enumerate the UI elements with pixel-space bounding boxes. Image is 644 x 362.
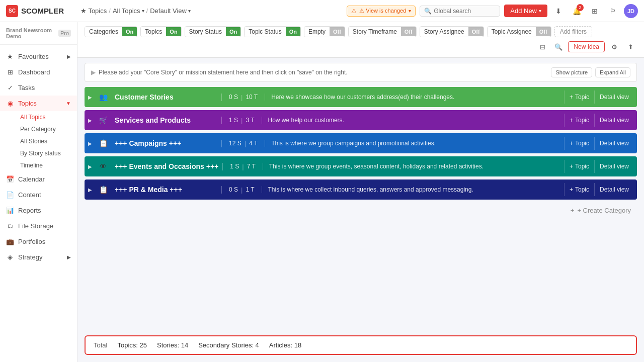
export-icon[interactable]: ⬆ <box>624 40 637 53</box>
services-products-counts: 1 S | 3 T <box>221 117 262 124</box>
detail-view-services-products[interactable]: Detail view <box>594 114 634 127</box>
customer-stories-topic-count: 10 T <box>244 94 260 101</box>
sidebar-item-strategy[interactable]: ◈ Strategy ▶ <box>0 249 77 265</box>
portfolios-icon: 💼 <box>6 238 14 245</box>
create-category-button[interactable]: + + Create Category <box>565 203 637 218</box>
filter-topic-assignee[interactable]: Topic Assignee Off <box>487 26 551 37</box>
search-icon: 🔍 <box>424 8 432 15</box>
show-picture-button[interactable]: Show picture <box>551 67 592 77</box>
filter-story-status[interactable]: Story Status On <box>185 26 242 37</box>
detail-view-customer-stories[interactable]: Detail view <box>594 90 634 104</box>
sidebar-label-reports: Reports <box>18 207 41 214</box>
expand-events[interactable]: ▶ <box>85 156 96 176</box>
expand-campaigns[interactable]: ▶ <box>85 133 96 153</box>
filter-categories[interactable]: Categories On <box>85 26 137 37</box>
sidebar-item-topics[interactable]: ◉ Topics ▼ <box>0 96 77 111</box>
content-icon: 📄 <box>6 191 14 199</box>
content-area: ▶ Please add your "Core Story" or missio… <box>77 58 644 331</box>
logo: SC SCOMPLER <box>6 5 76 17</box>
filter-empty[interactable]: Empty Off <box>304 26 345 37</box>
strategy-icon: ◈ <box>6 253 14 261</box>
expand-customer-stories[interactable]: ▶ <box>85 87 96 107</box>
sidebar-label-tasks: Tasks <box>18 84 35 92</box>
services-products-icon: 🛒 <box>96 110 111 130</box>
add-topic-events[interactable]: + Topic <box>564 160 594 173</box>
plus-icon: + <box>570 94 573 101</box>
breadcrumb-default-view[interactable]: Default View ▾ <box>150 7 191 15</box>
customer-stories-counts: 0 S | 10 T <box>221 94 265 101</box>
sidebar-item-favourites[interactable]: ★ Favourites ▶ <box>0 49 77 64</box>
expand-services-products[interactable]: ▶ <box>85 110 96 130</box>
sidebar-item-calendar[interactable]: 📅 Calendar <box>0 171 77 187</box>
search-input[interactable] <box>434 8 496 15</box>
add-topic-pr-media[interactable]: + Topic <box>564 183 594 196</box>
filter-story-assignee[interactable]: Story Assignee Off <box>420 26 484 37</box>
sidebar-sub-by-story-status[interactable]: By Story status <box>14 147 77 159</box>
add-topic-services-products[interactable]: + Topic <box>564 114 594 127</box>
search-filter-icon[interactable]: 🔍 <box>552 40 565 53</box>
sidebar-nav: ★ Favourites ▶ ⊞ Dashboard ✓ Tasks ◉ Top… <box>0 45 77 362</box>
notification-icon[interactable]: 🔔 2 <box>570 4 584 18</box>
sidebar-item-reports[interactable]: 📊 Reports <box>0 203 77 218</box>
sidebar-sub-per-category[interactable]: Per Category <box>14 123 77 135</box>
breadcrumb-topics[interactable]: ★ Topics <box>80 7 107 15</box>
filter-topics[interactable]: Topics On <box>140 26 181 37</box>
add-new-button[interactable]: Add New ▾ <box>504 5 547 17</box>
expand-all-button[interactable]: Expand All <box>595 67 630 77</box>
campaigns-icon: 📋 <box>96 133 111 153</box>
new-idea-button[interactable]: New Idea <box>568 41 605 52</box>
add-topic-campaigns[interactable]: + Topic <box>564 137 594 150</box>
events-actions: + Topic Detail view <box>564 160 637 173</box>
pr-media-counts: 0 S | 1 T <box>221 186 262 194</box>
sidebar-item-content[interactable]: 📄 Content <box>0 187 77 203</box>
view-changed-button[interactable]: ⚠ ⚠ View is changed ▾ <box>347 6 416 17</box>
filter-actions: ⊟ 🔍 New Idea ⚙ ⬆ <box>536 40 637 53</box>
sidebar-sub-all-topics[interactable]: All Topics <box>14 111 77 123</box>
detail-view-campaigns[interactable]: Detail view <box>594 137 634 150</box>
chevron-down-icon: ▾ <box>409 8 411 14</box>
avatar[interactable]: JD <box>624 4 638 18</box>
detail-view-pr-media[interactable]: Detail view <box>594 183 634 196</box>
sidebar-item-dashboard[interactable]: ⊞ Dashboard <box>0 64 77 80</box>
triangle-icon: ▶ <box>91 69 96 76</box>
sidebar-sub-all-stories[interactable]: All Stories <box>14 135 77 147</box>
filter-bar: Categories On Topics On Story Status On … <box>77 22 644 58</box>
grid-icon[interactable]: ⊞ <box>588 4 602 18</box>
sidebar-item-tasks[interactable]: ✓ Tasks <box>0 80 77 96</box>
flag-icon[interactable]: 🏳 <box>606 4 620 18</box>
sidebar-sub-label-by-story-status: By Story status <box>20 150 61 157</box>
services-products-name: Services and Products <box>111 116 221 124</box>
pr-media-desc: This is where we collect inbound queries… <box>262 186 564 193</box>
events-name: +++ Events and Occasions +++ <box>111 162 222 170</box>
add-filters-button[interactable]: Add filters <box>554 26 592 37</box>
events-icon: 👁 <box>96 156 111 176</box>
expand-pr-media[interactable]: ▶ <box>85 179 96 200</box>
download-icon[interactable]: ⬇ <box>551 4 566 18</box>
status-topics: Topics: 25 <box>117 341 147 349</box>
nav-actions: 🔍 Add New ▾ ⬇ 🔔 2 ⊞ 🏳 JD <box>420 4 638 18</box>
sidebar-label-content: Content <box>18 191 41 199</box>
pr-media-actions: + Topic Detail view <box>564 183 637 196</box>
sidebar-item-portfolios[interactable]: 💼 Portfolios <box>0 234 77 249</box>
filter-story-timeframe[interactable]: Story Timeframe Off <box>348 26 417 37</box>
sidebar-item-file-storage[interactable]: 🗂 File Storage <box>0 218 77 234</box>
sidebar-sub-label-all-stories: All Stories <box>20 138 47 145</box>
breadcrumb-all-topics[interactable]: All Topics ▾ <box>113 7 144 15</box>
calendar-icon: 📅 <box>6 175 14 183</box>
search-box[interactable]: 🔍 <box>420 6 500 17</box>
sidebar-sub-label-timeline: Timeline <box>20 162 43 169</box>
warning-icon: ⚠ <box>351 8 357 15</box>
detail-view-events[interactable]: Detail view <box>594 160 634 173</box>
customer-stories-name: Customer Stories <box>111 93 221 101</box>
mission-actions: Show picture Expand All <box>551 67 630 77</box>
campaigns-counts: 12 S | 4 T <box>221 140 265 147</box>
settings-icon[interactable]: ⚙ <box>608 40 621 53</box>
mission-text: Please add your "Core Story" or mission … <box>99 69 348 76</box>
brand-header: Brand Newsroom Demo Pro <box>0 22 77 45</box>
sidebar-label-file-storage: File Storage <box>18 222 53 230</box>
filter-icon[interactable]: ⊟ <box>536 40 549 53</box>
sidebar-sub-timeline[interactable]: Timeline <box>14 159 77 171</box>
notification-badge: 2 <box>577 4 584 11</box>
add-topic-customer-stories[interactable]: + Topic <box>564 90 594 104</box>
filter-topic-status[interactable]: Topic Status On <box>244 26 301 37</box>
